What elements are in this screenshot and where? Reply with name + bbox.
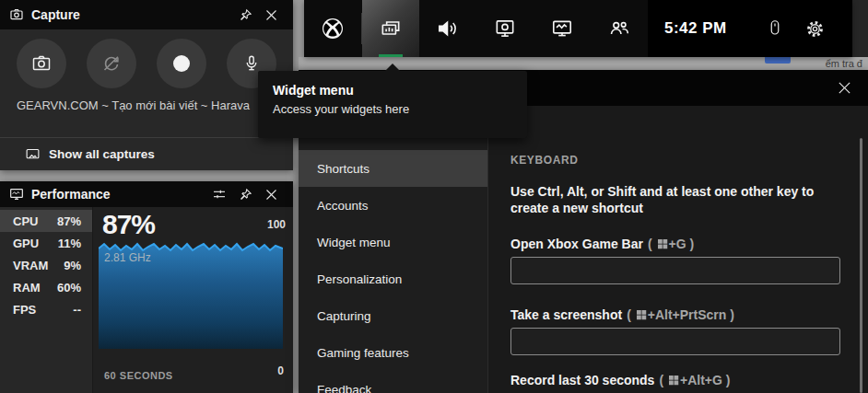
performance-monitor-icon <box>550 17 574 40</box>
windows-logo-icon <box>657 238 668 249</box>
take-screenshot-button[interactable] <box>17 39 66 88</box>
performance-button[interactable] <box>534 0 591 57</box>
widget-menu-tooltip: Widget menu Access your widgets here <box>258 71 527 138</box>
menu-item-accounts[interactable]: Accounts <box>299 187 487 224</box>
keyboard-section-label: KEYBOARD <box>510 154 846 167</box>
record-last-disabled-icon <box>100 52 123 75</box>
shortcut-instruction: Use Ctrl, Alt, or Shift and at least one… <box>510 183 846 216</box>
shortcut-input-take-screenshot[interactable] <box>510 328 840 355</box>
people-icon <box>607 17 631 40</box>
close-icon[interactable] <box>258 4 284 26</box>
capture-widget-title: Capture <box>31 7 232 22</box>
menu-item-capturing[interactable]: Capturing <box>299 297 487 334</box>
record-dot-icon <box>173 55 190 72</box>
audio-button[interactable] <box>419 0 476 57</box>
browser-background-strip: ểm tra đ <box>299 57 868 70</box>
menu-item-feedback[interactable]: Feedback <box>299 371 487 393</box>
capture-monitor-icon <box>493 17 517 40</box>
widget-menu-icon <box>379 17 403 40</box>
pin-icon[interactable] <box>232 4 258 26</box>
cpu-frequency-label: 2.81 GHz <box>104 251 151 264</box>
chart-x-axis-label: 60 SECONDS <box>104 370 173 381</box>
performance-widget: Performance CPU87% GPU11% VRAM9% RAM60% … <box>0 181 293 393</box>
show-all-captures-label: Show all captures <box>49 147 155 161</box>
background-blue-element <box>765 57 791 64</box>
windows-logo-icon <box>668 375 679 386</box>
background-partial-text: ểm tra đ <box>826 58 862 69</box>
shortcuts-content: KEYBOARD Use Ctrl, Alt, or Shift and at … <box>488 106 868 393</box>
stat-row-gpu[interactable]: GPU11% <box>0 232 92 254</box>
capture-buttons-row <box>0 29 293 88</box>
menu-item-shortcuts[interactable]: Shortcuts <box>299 150 487 187</box>
shortcut-input-open-game-bar[interactable] <box>510 257 840 284</box>
social-button[interactable] <box>591 0 648 57</box>
stat-row-fps[interactable]: FPS-- <box>0 298 92 320</box>
windows-logo-icon <box>636 309 647 320</box>
settings-gear-icon[interactable] <box>805 19 825 39</box>
settings-menu: General Shortcuts Accounts Widget menu P… <box>299 106 488 393</box>
speaker-icon <box>436 17 460 40</box>
performance-widget-title: Performance <box>31 187 206 202</box>
record-last-30-button[interactable] <box>87 39 136 88</box>
stat-row-cpu[interactable]: CPU87% <box>0 210 92 232</box>
toolbar-time-section: 5:42 PM <box>648 0 852 57</box>
cpu-big-value: 87% <box>102 209 155 240</box>
capture-widget: Capture GEARVN.COM ~ Tạo mới bài viết ~ <box>0 0 293 170</box>
camera-icon <box>30 52 53 75</box>
tooltip-title: Widget menu <box>273 83 512 98</box>
desktop-background-corner <box>852 0 868 57</box>
performance-stats-list: CPU87% GPU11% VRAM9% RAM60% FPS-- <box>0 207 93 393</box>
capture-widget-icon <box>9 7 24 22</box>
performance-widget-header[interactable]: Performance <box>0 181 293 207</box>
menu-item-personalization[interactable]: Personalization <box>299 260 487 297</box>
start-recording-button[interactable] <box>157 39 206 88</box>
chart-ymax-label: 100 <box>267 218 286 231</box>
tooltip-body: Access your widgets here <box>273 102 512 116</box>
xbox-home-button[interactable] <box>304 0 361 57</box>
widget-menu-button[interactable] <box>362 0 419 57</box>
capture-button[interactable] <box>476 0 534 57</box>
capture-widget-header[interactable]: Capture <box>0 0 293 29</box>
show-all-captures-button[interactable]: Show all captures <box>0 137 293 170</box>
cpu-usage-chart: 87% 100 2.81 GHz 60 SECONDS 0 <box>93 207 293 393</box>
capture-source-window-title: GEARVN.COM ~ Tạo mới bài viết ~ Harava <box>0 88 293 112</box>
close-icon[interactable] <box>258 183 284 205</box>
performance-widget-icon <box>9 187 24 202</box>
xbox-logo-icon <box>322 17 344 40</box>
shortcut-label-take-screenshot: Take a screenshot ( +Alt+PrtScrn ) <box>510 307 846 322</box>
clock-label: 5:42 PM <box>664 19 727 38</box>
menu-item-gaming-features[interactable]: Gaming features <box>299 334 487 371</box>
settings-scrollbar[interactable] <box>860 138 862 393</box>
widget-menu-active-indicator <box>379 54 403 57</box>
close-icon[interactable] <box>831 77 857 99</box>
stat-row-vram[interactable]: VRAM9% <box>0 254 92 276</box>
shortcut-label-open-game-bar: Open Xbox Game Bar ( +G ) <box>510 237 846 251</box>
performance-options-icon[interactable] <box>206 183 232 205</box>
chart-ymin-label: 0 <box>277 364 284 377</box>
game-bar-toolbar: 5:42 PM <box>304 0 852 57</box>
mouse-icon[interactable] <box>767 18 783 39</box>
stat-row-ram[interactable]: RAM60% <box>0 276 92 298</box>
pin-icon[interactable] <box>232 183 258 205</box>
shortcut-label-record-last-30: Record last 30 seconds ( +Alt+G ) <box>510 373 846 387</box>
menu-item-widget-menu[interactable]: Widget menu <box>299 224 487 260</box>
captures-gallery-icon <box>25 146 41 162</box>
